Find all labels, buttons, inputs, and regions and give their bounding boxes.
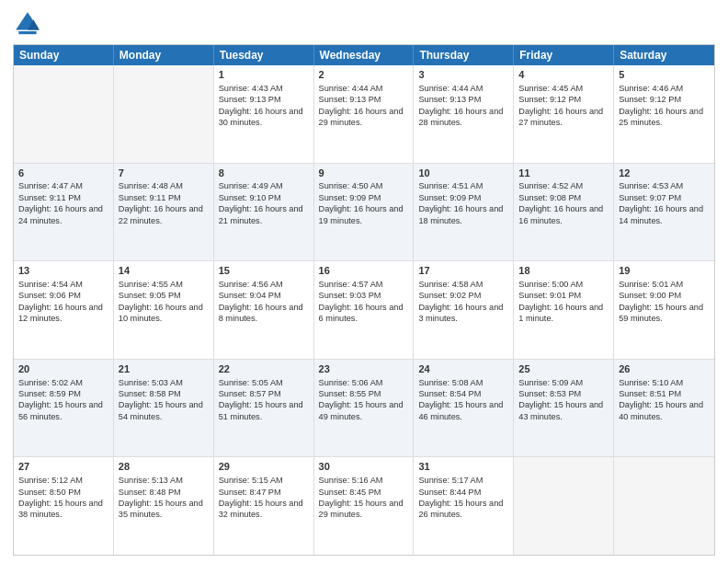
svg-rect-2 <box>18 31 36 34</box>
day-info: Sunrise: 4:54 AM Sunset: 9:06 PM Dayligh… <box>18 280 103 323</box>
calendar-header: SundayMondayTuesdayWednesdayThursdayFrid… <box>14 45 714 65</box>
calendar-cell: 27Sunrise: 5:12 AM Sunset: 8:50 PM Dayli… <box>14 457 114 555</box>
day-info: Sunrise: 4:44 AM Sunset: 9:13 PM Dayligh… <box>418 84 503 127</box>
calendar-cell: 7Sunrise: 4:48 AM Sunset: 9:11 PM Daylig… <box>114 164 214 261</box>
day-number: 14 <box>119 264 209 278</box>
calendar-row: 20Sunrise: 5:02 AM Sunset: 8:59 PM Dayli… <box>14 360 714 458</box>
calendar-cell: 25Sunrise: 5:09 AM Sunset: 8:53 PM Dayli… <box>514 360 614 457</box>
calendar-cell: 26Sunrise: 5:10 AM Sunset: 8:51 PM Dayli… <box>614 360 714 457</box>
day-number: 5 <box>619 68 710 82</box>
day-number: 23 <box>319 362 409 376</box>
day-info: Sunrise: 5:15 AM Sunset: 8:47 PM Dayligh… <box>219 476 303 519</box>
day-info: Sunrise: 4:55 AM Sunset: 9:05 PM Dayligh… <box>119 280 203 323</box>
calendar-cell: 4Sunrise: 4:45 AM Sunset: 9:12 PM Daylig… <box>514 65 614 163</box>
day-info: Sunrise: 5:05 AM Sunset: 8:57 PM Dayligh… <box>219 378 303 421</box>
logo-icon <box>13 9 42 39</box>
calendar-cell: 10Sunrise: 4:51 AM Sunset: 9:09 PM Dayli… <box>414 164 514 261</box>
calendar-cell: 30Sunrise: 5:16 AM Sunset: 8:45 PM Dayli… <box>314 457 415 555</box>
weekday-header: Thursday <box>414 45 514 65</box>
day-info: Sunrise: 5:16 AM Sunset: 8:45 PM Dayligh… <box>319 476 404 519</box>
weekday-header: Friday <box>514 45 614 65</box>
day-info: Sunrise: 4:47 AM Sunset: 9:11 PM Dayligh… <box>18 181 103 224</box>
logo <box>13 9 46 39</box>
calendar-cell: 16Sunrise: 4:57 AM Sunset: 9:03 PM Dayli… <box>314 261 415 359</box>
day-number: 21 <box>119 362 209 376</box>
calendar-cell: 18Sunrise: 5:00 AM Sunset: 9:01 PM Dayli… <box>514 261 614 359</box>
day-number: 29 <box>219 460 309 474</box>
calendar-cell: 5Sunrise: 4:46 AM Sunset: 9:12 PM Daylig… <box>614 65 714 163</box>
day-number: 13 <box>18 264 108 278</box>
calendar-cell: 20Sunrise: 5:02 AM Sunset: 8:59 PM Dayli… <box>14 360 114 457</box>
calendar-cell: 22Sunrise: 5:05 AM Sunset: 8:57 PM Dayli… <box>214 360 314 457</box>
day-info: Sunrise: 4:52 AM Sunset: 9:08 PM Dayligh… <box>518 181 603 224</box>
day-number: 27 <box>18 460 108 474</box>
day-number: 4 <box>518 68 609 82</box>
day-info: Sunrise: 5:17 AM Sunset: 8:44 PM Dayligh… <box>418 476 503 519</box>
calendar-cell: 23Sunrise: 5:06 AM Sunset: 8:55 PM Dayli… <box>314 360 415 457</box>
calendar-cell: 8Sunrise: 4:49 AM Sunset: 9:10 PM Daylig… <box>214 164 314 261</box>
calendar-cell: 29Sunrise: 5:15 AM Sunset: 8:47 PM Dayli… <box>214 457 314 555</box>
page: SundayMondayTuesdayWednesdayThursdayFrid… <box>0 0 728 563</box>
day-info: Sunrise: 4:53 AM Sunset: 9:07 PM Dayligh… <box>619 181 703 224</box>
day-number: 11 <box>518 167 609 180</box>
calendar-cell: 14Sunrise: 4:55 AM Sunset: 9:05 PM Dayli… <box>114 261 214 359</box>
day-info: Sunrise: 4:57 AM Sunset: 9:03 PM Dayligh… <box>319 280 404 323</box>
calendar-cell: 13Sunrise: 4:54 AM Sunset: 9:06 PM Dayli… <box>14 261 114 359</box>
day-info: Sunrise: 5:06 AM Sunset: 8:55 PM Dayligh… <box>319 378 404 421</box>
weekday-header: Sunday <box>14 45 114 65</box>
calendar-row: 6Sunrise: 4:47 AM Sunset: 9:11 PM Daylig… <box>14 164 714 262</box>
day-info: Sunrise: 4:45 AM Sunset: 9:12 PM Dayligh… <box>518 84 603 127</box>
day-number: 18 <box>518 264 609 278</box>
calendar-cell <box>614 457 714 555</box>
day-number: 1 <box>219 68 309 82</box>
day-info: Sunrise: 5:00 AM Sunset: 9:01 PM Dayligh… <box>518 280 603 323</box>
calendar-cell: 9Sunrise: 4:50 AM Sunset: 9:09 PM Daylig… <box>314 164 415 261</box>
calendar-cell: 19Sunrise: 5:01 AM Sunset: 9:00 PM Dayli… <box>614 261 714 359</box>
day-number: 10 <box>418 167 508 180</box>
day-info: Sunrise: 5:10 AM Sunset: 8:51 PM Dayligh… <box>619 378 703 421</box>
day-info: Sunrise: 5:09 AM Sunset: 8:53 PM Dayligh… <box>518 378 603 421</box>
calendar-cell: 1Sunrise: 4:43 AM Sunset: 9:13 PM Daylig… <box>214 65 314 163</box>
calendar-cell: 12Sunrise: 4:53 AM Sunset: 9:07 PM Dayli… <box>614 164 714 261</box>
day-number: 8 <box>219 167 309 180</box>
calendar-row: 27Sunrise: 5:12 AM Sunset: 8:50 PM Dayli… <box>14 457 714 555</box>
day-number: 31 <box>418 460 508 474</box>
weekday-header: Monday <box>114 45 214 65</box>
day-number: 2 <box>319 68 409 82</box>
day-info: Sunrise: 4:58 AM Sunset: 9:02 PM Dayligh… <box>418 280 503 323</box>
day-number: 15 <box>219 264 309 278</box>
calendar-row: 13Sunrise: 4:54 AM Sunset: 9:06 PM Dayli… <box>14 261 714 360</box>
day-info: Sunrise: 5:13 AM Sunset: 8:48 PM Dayligh… <box>119 476 203 519</box>
day-info: Sunrise: 5:08 AM Sunset: 8:54 PM Dayligh… <box>418 378 503 421</box>
day-info: Sunrise: 4:43 AM Sunset: 9:13 PM Dayligh… <box>219 84 303 127</box>
calendar-cell: 28Sunrise: 5:13 AM Sunset: 8:48 PM Dayli… <box>114 457 214 555</box>
day-number: 26 <box>619 362 710 376</box>
calendar-cell: 21Sunrise: 5:03 AM Sunset: 8:58 PM Dayli… <box>114 360 214 457</box>
calendar-cell: 31Sunrise: 5:17 AM Sunset: 8:44 PM Dayli… <box>414 457 514 555</box>
day-number: 19 <box>619 264 710 278</box>
day-info: Sunrise: 4:51 AM Sunset: 9:09 PM Dayligh… <box>418 181 503 224</box>
day-number: 22 <box>219 362 309 376</box>
day-number: 9 <box>319 167 409 180</box>
weekday-header: Tuesday <box>214 45 314 65</box>
calendar-cell: 15Sunrise: 4:56 AM Sunset: 9:04 PM Dayli… <box>214 261 314 359</box>
calendar-row: 1Sunrise: 4:43 AM Sunset: 9:13 PM Daylig… <box>14 65 714 164</box>
day-number: 6 <box>18 167 108 180</box>
day-info: Sunrise: 5:02 AM Sunset: 8:59 PM Dayligh… <box>18 378 103 421</box>
day-number: 3 <box>418 68 508 82</box>
day-number: 30 <box>319 460 409 474</box>
day-info: Sunrise: 4:49 AM Sunset: 9:10 PM Dayligh… <box>219 181 303 224</box>
day-info: Sunrise: 4:44 AM Sunset: 9:13 PM Dayligh… <box>319 84 404 127</box>
weekday-header: Wednesday <box>314 45 415 65</box>
header <box>13 9 715 39</box>
calendar-cell: 17Sunrise: 4:58 AM Sunset: 9:02 PM Dayli… <box>414 261 514 359</box>
day-info: Sunrise: 5:01 AM Sunset: 9:00 PM Dayligh… <box>619 280 703 323</box>
calendar-cell: 3Sunrise: 4:44 AM Sunset: 9:13 PM Daylig… <box>414 65 514 163</box>
day-number: 28 <box>119 460 209 474</box>
day-number: 12 <box>619 167 710 180</box>
weekday-header: Saturday <box>614 45 714 65</box>
calendar-cell: 6Sunrise: 4:47 AM Sunset: 9:11 PM Daylig… <box>14 164 114 261</box>
day-info: Sunrise: 4:48 AM Sunset: 9:11 PM Dayligh… <box>119 181 203 224</box>
calendar-cell: 2Sunrise: 4:44 AM Sunset: 9:13 PM Daylig… <box>314 65 415 163</box>
calendar-cell <box>514 457 614 555</box>
